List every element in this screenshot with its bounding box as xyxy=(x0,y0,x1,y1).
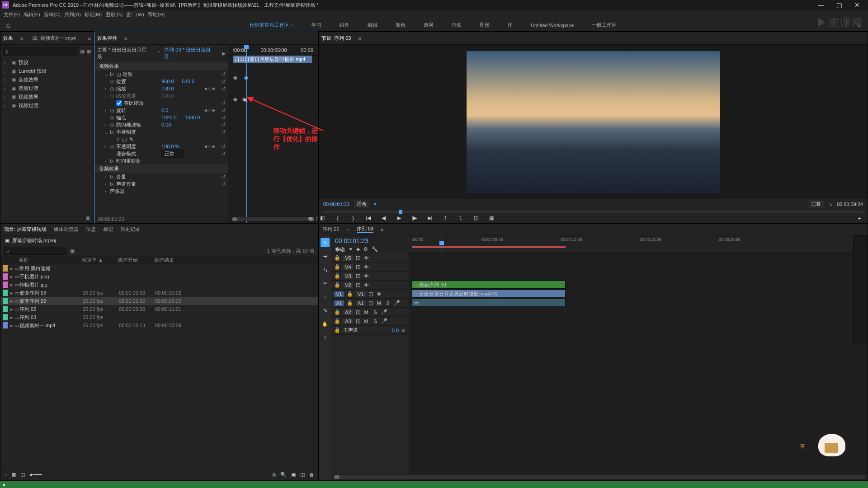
mark-out-icon[interactable]: { xyxy=(334,216,341,221)
status-corner-icon[interactable]: ▸ xyxy=(0,481,9,488)
mask-ellipse-icon[interactable]: ○ xyxy=(116,136,119,142)
timeline-track-area[interactable]: fx 嵌套序列 09 fx 日出日落日月星辰延时摄影.mp4 [V] ▭ xyxy=(409,253,868,474)
reset-icon[interactable]: ↺ xyxy=(222,115,226,121)
ec-rot-v[interactable]: 0.0 xyxy=(161,108,168,113)
tab-source[interactable]: 源: 视频素材一.mp4 xyxy=(32,35,76,42)
tab-project[interactable]: 项目: 屏幕穿梭转场 xyxy=(4,226,47,233)
col-name[interactable]: 名称 xyxy=(19,257,82,263)
program-quality-select[interactable]: 完整 xyxy=(808,200,824,208)
reset-icon[interactable]: ↺ xyxy=(222,108,226,113)
menu-clip[interactable]: 剪辑(C) xyxy=(44,11,61,18)
export-frame-icon[interactable]: ◫ xyxy=(472,215,480,221)
pen-tool-icon[interactable]: ✎ xyxy=(321,306,330,315)
keyframe-scale-cursor[interactable] xyxy=(245,75,248,80)
workspace-color[interactable]: 颜色 xyxy=(396,22,406,28)
col-start[interactable]: 媒体开始 xyxy=(118,257,154,263)
ec-opacity-v[interactable]: 100.0 % xyxy=(161,144,179,149)
panel-menu-icon[interactable]: ≡ xyxy=(358,36,361,41)
tab-seq02[interactable]: 序列 02 xyxy=(322,226,339,233)
new-item-icon[interactable]: ◫ xyxy=(300,472,305,478)
home-button[interactable]: ⌂ xyxy=(0,19,16,32)
audio-meter[interactable] xyxy=(854,235,867,343)
keyframe-scale-start[interactable] xyxy=(234,75,237,80)
step-back-icon[interactable]: ◀| xyxy=(380,215,387,221)
reset-icon[interactable]: ↺ xyxy=(222,79,226,84)
go-out-icon[interactable]: ▶| xyxy=(426,215,434,221)
tab-history[interactable]: 历史记录 xyxy=(120,226,140,233)
razor-tool-icon[interactable]: ✂ xyxy=(321,279,330,288)
workspace-general[interactable]: 一般工作区 xyxy=(592,22,617,28)
menu-sequence[interactable]: 序列(S) xyxy=(64,11,81,18)
ec-play-icon[interactable]: ▶ xyxy=(222,51,226,56)
project-row[interactable]: ▸ ▭序列 0325.00 fps xyxy=(0,313,318,321)
reset-icon[interactable]: ↺ xyxy=(222,144,226,150)
ripple-tool-icon[interactable]: ⇆ xyxy=(321,265,330,274)
ec-motion[interactable]: 运动 xyxy=(123,71,168,78)
reset-icon[interactable]: ↺ xyxy=(222,151,226,157)
panel-menu-icon[interactable]: ≡ xyxy=(381,227,383,232)
tab-info[interactable]: 信息 xyxy=(86,226,96,233)
ec-export-icon[interactable]: ⇪ xyxy=(315,216,319,222)
keyframe-nav[interactable]: ◀ ◇ ▶ xyxy=(204,108,216,113)
reset-icon[interactable]: ↺ xyxy=(222,100,226,106)
effects-search-input[interactable] xyxy=(3,47,78,56)
workspace-active[interactable]: 仕林的常用工作区 ≡ xyxy=(250,22,293,28)
project-row[interactable]: ▸ ▭序列 0225.00 fps00:00:00:0000:00:11:01 xyxy=(0,305,318,313)
program-viewer[interactable] xyxy=(319,45,868,199)
step-fwd-icon[interactable]: |▶ xyxy=(411,215,418,221)
ec-pos-x[interactable]: 960.0 xyxy=(161,79,174,84)
clip-v1[interactable]: fx 日出日落日月星辰延时摄影.mp4 [V] xyxy=(412,290,566,298)
ec-clip-bar[interactable]: 日出日落日月星辰延时摄影.mp4 xyxy=(233,56,312,63)
tree-video-transitions[interactable]: ›▣视频过渡 xyxy=(0,101,94,110)
new-bin-icon[interactable]: ▣ xyxy=(291,472,296,478)
reset-icon[interactable]: ↺ xyxy=(222,181,226,187)
menu-file[interactable]: 文件(F) xyxy=(4,11,20,18)
tree-audio-effects[interactable]: ›▣音频效果 xyxy=(0,75,94,84)
panel-collapse-icon[interactable]: » xyxy=(88,36,91,41)
ec-uniform-checkbox[interactable] xyxy=(116,100,122,106)
reset-icon[interactable]: ↺ xyxy=(222,129,226,135)
tab-effect-controls[interactable]: 效果控件 xyxy=(97,35,117,42)
ec-pos-y[interactable]: 540.0 xyxy=(182,79,195,84)
find-icon[interactable]: 🔍 xyxy=(280,472,287,478)
freeform-view-icon[interactable]: ◫ xyxy=(20,472,25,478)
tab-seq03[interactable]: 序列 03 xyxy=(357,225,373,233)
go-in-icon[interactable]: |◀ xyxy=(365,215,372,221)
marker-tool-icon[interactable]: ◈ xyxy=(356,246,360,253)
maximize-button[interactable]: ▢ xyxy=(830,1,848,9)
preset-icon[interactable]: ▦ xyxy=(80,48,85,54)
project-row[interactable]: ▸ ▭手机图片.png xyxy=(0,272,318,281)
keyframe-nav[interactable]: ◀ ◇ ▶ xyxy=(204,144,216,149)
workspace-library[interactable]: 库 xyxy=(508,22,513,28)
panel-menu-icon[interactable]: ≡ xyxy=(20,36,23,41)
lift-icon[interactable]: ⤴ xyxy=(442,216,449,221)
tab-program[interactable]: 节目: 序列 03 xyxy=(321,35,351,42)
workspace-learn[interactable]: 学习 xyxy=(311,22,321,28)
automate-icon[interactable]: ⎘ xyxy=(273,472,276,478)
workspace-graphics[interactable]: 图形 xyxy=(480,22,490,28)
reset-icon[interactable]: ↺ xyxy=(222,71,226,77)
ec-anchor-y[interactable]: 1080.0 xyxy=(185,115,200,120)
list-view-icon[interactable]: ≡ xyxy=(4,472,7,478)
menu-edit[interactable]: 编辑(E) xyxy=(24,11,40,18)
tab-markers[interactable]: 标记 xyxy=(103,226,113,233)
program-zoom-arrow-icon[interactable]: ▾ xyxy=(374,201,377,207)
selection-tool-icon[interactable]: ↖ xyxy=(321,238,330,247)
reset-icon[interactable]: ↺ xyxy=(222,86,226,92)
clip-v2[interactable]: fx 嵌套序列 09 xyxy=(412,281,566,289)
ec-blend-select[interactable]: 正常 xyxy=(161,150,184,158)
keyframe-rot-start[interactable] xyxy=(234,97,237,102)
ec-sequence-label[interactable]: 序列 03 * 日出日落日月... xyxy=(164,47,218,60)
linked-icon[interactable]: ⚭ xyxy=(349,246,353,253)
program-zoom-select[interactable]: 适合 xyxy=(354,200,369,208)
workspace-edit[interactable]: 编辑 xyxy=(368,22,377,28)
tab-media-browser[interactable]: 媒体浏览器 xyxy=(54,226,79,233)
workspace-untitled[interactable]: Untitled Workspace xyxy=(531,23,574,28)
reset-icon[interactable]: ↺ xyxy=(222,122,226,128)
col-end[interactable]: 媒体结束 xyxy=(154,257,190,263)
timeline-timecode[interactable]: 00:00:01:23 xyxy=(335,237,406,244)
close-button[interactable]: ✕ xyxy=(848,1,866,9)
track-select-tool-icon[interactable]: ⇥ xyxy=(321,252,330,261)
workspace-assembly[interactable]: 组件 xyxy=(340,22,349,28)
new-bin-icon[interactable]: ▣ xyxy=(85,215,90,221)
